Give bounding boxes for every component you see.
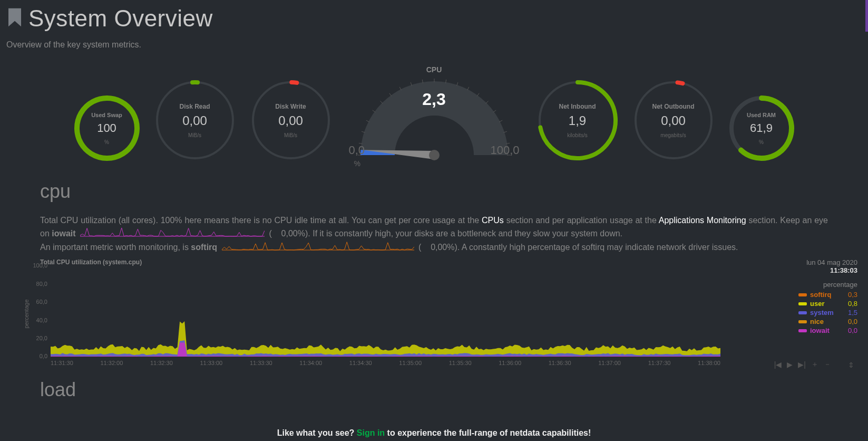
x-axis-ticks: 11:31:3011:32:0011:32:3011:33:0011:33:30…: [51, 360, 720, 366]
gauge-value: 1,9: [535, 113, 620, 128]
chart-prev-button[interactable]: |◀: [774, 360, 782, 369]
gauge-unit: %: [354, 159, 360, 168]
gauge-label: Net Inbound: [535, 103, 620, 110]
legend-date: lun 04 mag 2020: [778, 258, 857, 266]
gauge-unit: MiB/s: [249, 132, 333, 138]
chart-legend: lun 04 mag 2020 11:38:03 percentage soft…: [778, 258, 857, 335]
gauge-value: 0,00: [631, 113, 716, 128]
text: ). A constantly high percentage of softi…: [455, 243, 738, 252]
gauge-cpu[interactable]: CPU 2,3 0,0 100,0 %: [345, 65, 524, 162]
gauge-used-swap[interactable]: Used Swap 100 %: [73, 94, 141, 162]
chart-title: Total CPU utilization (system.cpu): [40, 258, 142, 266]
gauge-used-ram[interactable]: Used RAM 61,9 %: [727, 94, 796, 162]
gauge-label: Used Swap: [73, 112, 141, 118]
chart-resize-handle[interactable]: ⇕: [848, 361, 854, 369]
section-heading-cpu: cpu: [40, 180, 868, 203]
gauge-min: 0,0: [349, 143, 365, 157]
text: ). If it is constantly high, your disks …: [305, 229, 622, 238]
chart-zoom-in-button[interactable]: ＋: [811, 360, 818, 369]
chart-controls: |◀ ▶ ▶| ＋ －: [774, 360, 831, 369]
gauge-value: 0,00: [153, 113, 237, 128]
gauge-label: Net Outbound: [631, 103, 716, 110]
gauge-max: 100,0: [490, 143, 519, 157]
iowait-label: iowait: [52, 229, 75, 238]
sign-in-link[interactable]: Sign in: [357, 428, 385, 437]
legend-header: percentage: [778, 281, 857, 289]
gauge-disk-write[interactable]: Disk Write 0,00 MiB/s: [249, 78, 333, 162]
chart-play-button[interactable]: ▶: [787, 360, 793, 369]
softirq-label: softirq: [191, 243, 217, 252]
right-accent-strip: [865, 0, 868, 32]
text: An important metric worth monitoring, is: [40, 243, 191, 252]
page-title: System Overview: [28, 5, 213, 32]
page-header: System Overview Overview of the key syst…: [0, 0, 868, 50]
legend-item-system[interactable]: system1,5: [778, 309, 857, 317]
legend-item-user[interactable]: user0,8: [778, 300, 857, 308]
link-applications-monitoring[interactable]: Applications Monitoring: [659, 216, 746, 225]
gauge-value: 61,9: [727, 121, 796, 135]
gauge-label: Disk Write: [249, 103, 333, 110]
gauge-unit: kilobits/s: [535, 132, 620, 138]
gauges-row: Used Swap 100 % Disk Read 0,00 MiB/s Dis…: [0, 65, 868, 162]
gauge-unit: megabits/s: [631, 132, 716, 138]
gauge-disk-read[interactable]: Disk Read 0,00 MiB/s: [153, 78, 237, 162]
section-heading-load: load: [40, 379, 868, 401]
text: Like what you see?: [277, 428, 357, 437]
page-subtitle: Overview of the key system metrics.: [6, 40, 862, 50]
plot-area[interactable]: [51, 266, 720, 357]
sparkline-iowait: [80, 227, 265, 241]
link-cpus[interactable]: CPUs: [482, 216, 504, 225]
chart-next-button[interactable]: ▶|: [798, 360, 806, 369]
svg-point-25: [429, 150, 440, 160]
gauge-label: Used RAM: [727, 112, 796, 118]
legend-item-nice[interactable]: nice0,0: [778, 318, 857, 325]
svg-line-8: [380, 101, 383, 103]
gauge-label: CPU: [345, 65, 524, 74]
gauge-value: 100: [73, 121, 141, 135]
text: Total CPU utilization (all cores). 100% …: [40, 216, 482, 225]
cpu-description: Total CPU utilization (all cores). 100% …: [0, 214, 868, 254]
softirq-value: 0,00%: [431, 243, 454, 252]
cpu-chart[interactable]: Total CPU utilization (system.cpu) perce…: [11, 258, 857, 369]
gauge-unit: MiB/s: [153, 132, 237, 138]
iowait-value: 0,00%: [281, 229, 305, 238]
gauge-net-inbound[interactable]: Net Inbound 1,9 kilobits/s: [535, 78, 620, 162]
gauge-net-outbound[interactable]: Net Outbound 0,00 megabits/s: [631, 78, 716, 162]
gauge-unit: %: [727, 139, 796, 145]
gauge-value: 2,3: [422, 90, 445, 109]
chart-zoom-out-button[interactable]: －: [824, 360, 831, 369]
legend-item-softirq[interactable]: softirq0,3: [778, 291, 857, 299]
legend-item-iowait[interactable]: iowait0,0: [778, 327, 857, 334]
gauge-value: 0,00: [249, 113, 333, 128]
text: to experience the full-range of netdata …: [387, 428, 591, 437]
gauge-label: Disk Read: [153, 103, 237, 110]
gauge-unit: %: [73, 139, 141, 145]
text: section and per application usage at the: [506, 216, 659, 225]
sparkline-softirq: [222, 241, 414, 255]
bookmark-icon: [6, 7, 23, 30]
svg-line-18: [485, 101, 488, 103]
legend-time: 11:38:03: [778, 266, 857, 274]
footer-cta: Like what you see? Sign in to experience…: [0, 428, 868, 438]
